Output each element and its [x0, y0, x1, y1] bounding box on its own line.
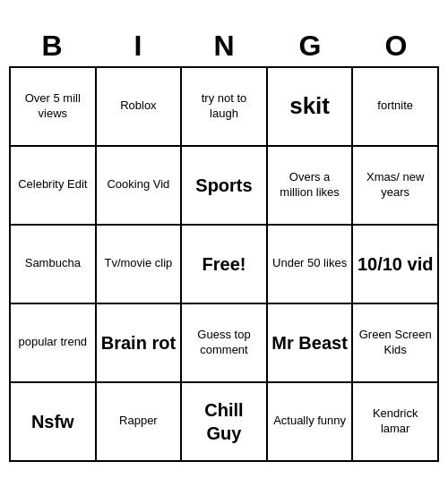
letter-g: G [271, 30, 349, 63]
bingo-cell-7[interactable]: Sports [182, 147, 268, 226]
bingo-cell-10[interactable]: Sambucha [11, 226, 97, 304]
bingo-cell-8[interactable]: Overs a million likes [268, 147, 354, 226]
bingo-cell-13[interactable]: Under 50 likes [268, 226, 354, 304]
bingo-cell-16[interactable]: Brain rot [97, 304, 183, 383]
bingo-cell-1[interactable]: Roblox [97, 68, 183, 147]
bingo-cell-11[interactable]: Tv/movie clip [97, 226, 183, 304]
letter-i: I [99, 30, 177, 63]
letter-n: N [185, 30, 263, 63]
bingo-cell-21[interactable]: Rapper [97, 383, 183, 462]
letter-o: O [357, 30, 435, 63]
bingo-cell-24[interactable]: Kendrick lamar [353, 383, 439, 462]
bingo-cell-5[interactable]: Celebrity Edit [11, 147, 97, 226]
bingo-header: B I N G O [9, 26, 439, 66]
bingo-cell-15[interactable]: popular trend [11, 304, 97, 383]
bingo-card: B I N G O Over 5 mill viewsRobloxtry not… [9, 26, 439, 462]
bingo-cell-19[interactable]: Green Screen Kids [353, 304, 439, 383]
bingo-cell-2[interactable]: try not to laugh [182, 68, 268, 147]
bingo-cell-9[interactable]: Xmas/ new years [353, 147, 439, 226]
bingo-cell-18[interactable]: Mr Beast [268, 304, 354, 383]
bingo-cell-17[interactable]: Guess top comment [182, 304, 268, 383]
bingo-grid: Over 5 mill viewsRobloxtry not to laughs… [9, 66, 439, 462]
letter-b: B [13, 30, 91, 63]
bingo-cell-3[interactable]: skit [268, 68, 354, 147]
bingo-cell-12[interactable]: Free! [182, 226, 268, 304]
bingo-cell-4[interactable]: fortnite [353, 68, 439, 147]
bingo-cell-20[interactable]: Nsfw [11, 383, 97, 462]
bingo-cell-23[interactable]: Actually funny [268, 383, 354, 462]
bingo-cell-14[interactable]: 10/10 vid [353, 226, 439, 304]
bingo-cell-6[interactable]: Cooking Vid [97, 147, 183, 226]
bingo-cell-22[interactable]: Chill Guy [182, 383, 268, 462]
bingo-cell-0[interactable]: Over 5 mill views [11, 68, 97, 147]
